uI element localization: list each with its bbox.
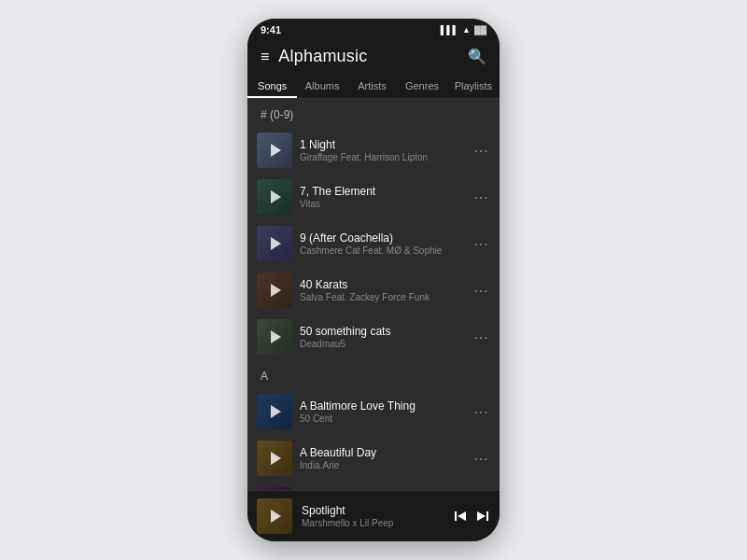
song-thumbnail bbox=[257, 441, 292, 476]
list-item[interactable]: A Beautiful Day India.Arie ⋯ bbox=[247, 435, 500, 482]
song-title: A Baltimore Love Thing bbox=[300, 399, 462, 413]
wifi-icon: ▲ bbox=[462, 25, 471, 35]
song-thumbnail bbox=[257, 487, 292, 490]
more-options-icon[interactable]: ⋯ bbox=[470, 325, 492, 350]
song-artist: India.Arie bbox=[300, 460, 462, 470]
phone-container: 9:41 ▌▌▌ ▲ ▓▓ ≡ Alphamusic 🔍 Songs Album… bbox=[247, 19, 500, 541]
signal-icon: ▌▌▌ bbox=[441, 25, 458, 35]
song-thumbnail bbox=[257, 179, 292, 215]
song-thumbnail bbox=[257, 226, 292, 261]
tab-playlists[interactable]: Playlists bbox=[447, 74, 500, 98]
more-options-icon[interactable]: ⋯ bbox=[470, 138, 492, 163]
tab-genres[interactable]: Genres bbox=[397, 74, 446, 98]
tab-songs[interactable]: Songs bbox=[247, 74, 297, 98]
song-thumbnail bbox=[257, 394, 292, 429]
song-list[interactable]: # (0-9) 1 Night Giraffage Feat. Harrison… bbox=[247, 99, 500, 490]
player-controls bbox=[453, 509, 490, 524]
song-title: A Beautiful Day bbox=[300, 446, 462, 459]
tab-albums[interactable]: Albums bbox=[297, 74, 346, 98]
song-info: A Beautiful Day India.Arie bbox=[300, 446, 462, 470]
app-title: Alphamusic bbox=[278, 47, 367, 66]
svg-marker-1 bbox=[458, 511, 466, 521]
more-options-icon[interactable]: ⋯ bbox=[470, 446, 492, 471]
song-info: 1 Night Giraffage Feat. Harrison Lipton bbox=[300, 138, 462, 162]
now-playing-title: Spotlight bbox=[302, 504, 444, 517]
play-icon bbox=[271, 190, 281, 203]
list-item[interactable]: 40 Karats Salva Feat. Zackey Force Funk … bbox=[247, 267, 500, 314]
header-left: ≡ Alphamusic bbox=[261, 47, 367, 66]
list-item[interactable]: A Better Place, A Better Time Streetligh… bbox=[247, 482, 500, 490]
song-info: 40 Karats Salva Feat. Zackey Force Funk bbox=[300, 278, 462, 302]
list-item[interactable]: 7, The Element Vitas ⋯ bbox=[247, 174, 500, 220]
more-options-icon[interactable]: ⋯ bbox=[470, 278, 492, 303]
next-button[interactable] bbox=[475, 509, 490, 524]
battery-icon: ▓▓ bbox=[474, 25, 486, 35]
more-options-icon[interactable]: ⋯ bbox=[470, 185, 492, 210]
svg-marker-2 bbox=[477, 511, 486, 521]
now-playing-info: Spotlight Marshmello x Lil Peep bbox=[302, 504, 444, 528]
song-thumbnail bbox=[257, 133, 292, 168]
song-title: 40 Karats bbox=[300, 278, 462, 291]
song-artist: Giraffage Feat. Harrison Lipton bbox=[300, 152, 462, 162]
song-info: 9 (After Coachella) Cashmere Cat Feat. M… bbox=[300, 231, 462, 256]
play-icon bbox=[271, 405, 281, 418]
now-playing-play-icon bbox=[271, 510, 281, 523]
song-title: 50 something cats bbox=[300, 325, 462, 338]
tab-artists[interactable]: Artists bbox=[347, 74, 397, 98]
status-bar: 9:41 ▌▌▌ ▲ ▓▓ bbox=[247, 19, 500, 39]
song-info: 50 something cats Deadmau5 bbox=[300, 325, 462, 349]
hamburger-menu-icon[interactable]: ≡ bbox=[261, 49, 269, 65]
previous-button[interactable] bbox=[453, 509, 468, 524]
svg-rect-0 bbox=[455, 511, 457, 521]
status-icons: ▌▌▌ ▲ ▓▓ bbox=[441, 25, 486, 35]
song-info: A Baltimore Love Thing 50 Cent bbox=[300, 399, 462, 424]
song-thumbnail bbox=[257, 273, 292, 308]
play-icon bbox=[271, 237, 281, 250]
song-artist: Vitas bbox=[300, 199, 462, 209]
list-item[interactable]: A Baltimore Love Thing 50 Cent ⋯ bbox=[247, 388, 500, 435]
section-header-a: A bbox=[247, 360, 500, 388]
section-header-numbers: # (0-9) bbox=[247, 99, 500, 127]
status-time: 9:41 bbox=[261, 24, 281, 35]
song-title: 7, The Element bbox=[300, 185, 462, 198]
now-playing-bar[interactable]: Spotlight Marshmello x Lil Peep bbox=[247, 490, 500, 541]
song-info: 7, The Element Vitas bbox=[300, 185, 462, 209]
song-title: 1 Night bbox=[300, 138, 462, 151]
song-artist: Deadmau5 bbox=[300, 339, 462, 349]
now-playing-artist: Marshmello x Lil Peep bbox=[302, 518, 444, 528]
song-artist: 50 Cent bbox=[300, 413, 462, 424]
play-icon bbox=[271, 452, 281, 465]
play-icon bbox=[271, 284, 281, 297]
svg-rect-3 bbox=[486, 511, 488, 521]
play-icon bbox=[271, 144, 281, 157]
song-artist: Salva Feat. Zackey Force Funk bbox=[300, 292, 462, 302]
tab-bar: Songs Albums Artists Genres Playlists bbox=[247, 74, 500, 99]
song-thumbnail bbox=[257, 319, 292, 355]
list-item[interactable]: 50 something cats Deadmau5 ⋯ bbox=[247, 314, 500, 360]
more-options-icon[interactable]: ⋯ bbox=[470, 399, 492, 425]
song-title: 9 (After Coachella) bbox=[300, 231, 462, 245]
list-item[interactable]: 9 (After Coachella) Cashmere Cat Feat. M… bbox=[247, 220, 500, 267]
search-button[interactable]: 🔍 bbox=[468, 48, 486, 65]
app-header: ≡ Alphamusic 🔍 bbox=[247, 39, 500, 74]
play-icon bbox=[271, 330, 281, 343]
more-options-icon[interactable]: ⋯ bbox=[470, 231, 492, 257]
song-artist: Cashmere Cat Feat. MØ & Sophie bbox=[300, 245, 462, 256]
list-item[interactable]: 1 Night Giraffage Feat. Harrison Lipton … bbox=[247, 127, 500, 174]
now-playing-thumbnail bbox=[257, 498, 292, 534]
